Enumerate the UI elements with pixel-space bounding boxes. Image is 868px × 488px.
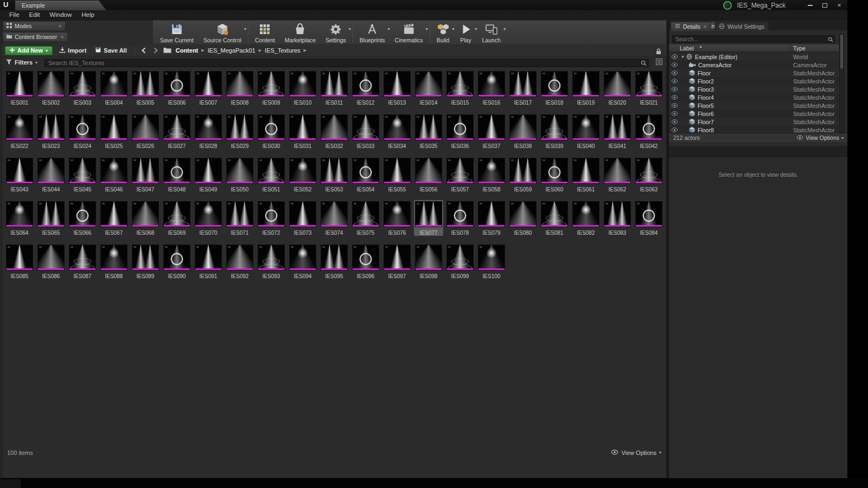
asset-tile[interactable]: IES067 — [99, 200, 129, 236]
asset-tile[interactable]: IES089 — [131, 243, 160, 279]
outliner-row[interactable]: Floor8StaticMeshActor — [669, 126, 839, 132]
toolbar-button-source-control[interactable]: ▾Source Control — [199, 22, 246, 43]
asset-tile[interactable]: IES040 — [571, 113, 601, 149]
asset-tile[interactable]: IES012 — [351, 70, 380, 106]
visibility-eye-icon[interactable] — [671, 95, 678, 100]
asset-tile[interactable]: IES033 — [351, 113, 380, 149]
asset-tile[interactable]: IES047 — [131, 157, 160, 192]
toolbar-button-marketplace[interactable]: Marketplace — [280, 22, 321, 43]
tab-content-browser[interactable]: Content Browser × — [3, 32, 68, 41]
asset-tile[interactable]: IES055 — [382, 157, 412, 192]
asset-tile[interactable]: IES041 — [603, 113, 632, 149]
asset-tile[interactable]: IES014 — [414, 70, 443, 106]
asset-tile[interactable]: IES022 — [5, 113, 34, 149]
search-input[interactable] — [44, 59, 649, 67]
menu-file[interactable]: File — [4, 11, 24, 18]
asset-tile[interactable]: IES035 — [414, 113, 443, 149]
asset-tile[interactable]: IES052 — [288, 157, 317, 192]
outliner-row[interactable]: ▼Example (Editor)World — [669, 53, 839, 61]
asset-tile[interactable]: IES079 — [477, 200, 506, 236]
menu-edit[interactable]: Edit — [24, 11, 45, 18]
asset-tile[interactable]: IES093 — [257, 243, 286, 279]
asset-tile[interactable]: IES010 — [288, 70, 317, 106]
toolbar-button-build[interactable]: ▾Build — [432, 22, 455, 43]
asset-tile[interactable]: IES013 — [382, 70, 412, 106]
asset-tile[interactable]: IES057 — [445, 157, 475, 192]
asset-tile[interactable]: IES011 — [320, 70, 349, 106]
outliner-row[interactable]: FloorStaticMeshActor — [669, 69, 839, 77]
asset-tile[interactable]: IES034 — [382, 113, 412, 149]
asset-tile[interactable]: IES016 — [477, 70, 506, 106]
asset-tile[interactable]: IES002 — [36, 70, 66, 106]
close-icon[interactable]: × — [59, 23, 62, 29]
menu-window[interactable]: Window — [44, 11, 76, 18]
asset-tile[interactable]: IES009 — [257, 70, 286, 106]
breadcrumb-item[interactable]: IES_MegaPack01 — [208, 47, 256, 54]
asset-tile[interactable]: IES032 — [320, 113, 349, 149]
asset-tile[interactable]: IES083 — [603, 200, 632, 236]
save-all-button[interactable]: Save All — [93, 47, 129, 54]
forward-arrow-button[interactable] — [152, 47, 159, 54]
asset-tile[interactable]: IES066 — [68, 200, 97, 236]
import-button[interactable]: Import — [57, 47, 88, 54]
asset-tile[interactable]: IES006 — [162, 70, 192, 106]
asset-tile[interactable]: IES085 — [5, 243, 34, 279]
asset-tile[interactable]: IES064 — [5, 200, 34, 236]
asset-tile[interactable]: IES084 — [634, 200, 663, 236]
outliner-scrollbar[interactable] — [839, 34, 844, 133]
outliner-column-header[interactable]: Label ▲ Type — [669, 44, 839, 52]
asset-tile[interactable]: IES069 — [162, 200, 192, 236]
asset-tile[interactable]: IES021 — [634, 70, 663, 106]
tab-modes[interactable]: Modes × — [3, 21, 66, 30]
outliner-row[interactable]: CameraActorCameraActor — [669, 61, 839, 69]
outliner-row[interactable]: Floor2StaticMeshActor — [669, 77, 839, 85]
visibility-eye-icon[interactable] — [671, 111, 678, 116]
asset-tile[interactable]: IES081 — [540, 200, 569, 236]
asset-tile[interactable]: IES075 — [351, 200, 380, 236]
level-tab[interactable]: Example — [15, 1, 106, 10]
asset-tile[interactable]: IES046 — [99, 157, 129, 192]
asset-tile[interactable]: IES043 — [5, 157, 34, 192]
asset-tile[interactable]: IES058 — [477, 157, 506, 192]
outliner-row[interactable]: Floor7StaticMeshActor — [669, 118, 839, 126]
scrollbar-thumb[interactable] — [840, 35, 843, 68]
column-type[interactable]: Type — [793, 45, 806, 52]
outliner-row[interactable]: Floor6StaticMeshActor — [669, 110, 839, 118]
toolbar-button-save-current[interactable]: Save Current — [155, 22, 199, 43]
column-label[interactable]: Label — [680, 45, 694, 52]
visibility-eye-icon[interactable] — [671, 54, 678, 59]
asset-tile[interactable]: IES077 — [414, 200, 443, 236]
asset-tile[interactable]: IES017 — [508, 70, 538, 106]
asset-tile[interactable]: IES091 — [194, 243, 223, 279]
view-options-button[interactable]: View Options ▾ — [611, 450, 661, 456]
asset-tile[interactable]: IES097 — [382, 243, 412, 279]
asset-tile[interactable]: IES037 — [477, 113, 506, 149]
tab-details[interactable]: Details × — [671, 22, 711, 31]
back-arrow-button[interactable] — [141, 47, 148, 54]
asset-tile[interactable]: IES092 — [225, 243, 254, 279]
asset-tile[interactable]: IES059 — [508, 157, 538, 192]
asset-tile[interactable]: IES018 — [540, 70, 569, 106]
asset-tile[interactable]: IES074 — [320, 200, 349, 236]
asset-tile[interactable]: IES088 — [99, 243, 129, 279]
asset-tile[interactable]: IES019 — [571, 70, 601, 106]
menu-help[interactable]: Help — [76, 11, 99, 18]
close-icon[interactable]: × — [703, 23, 706, 30]
asset-tile[interactable]: IES050 — [225, 157, 254, 192]
asset-tile[interactable]: IES051 — [257, 157, 286, 192]
asset-tile[interactable]: IES036 — [445, 113, 475, 149]
toolbar-button-blueprints[interactable]: ▾Blueprints — [355, 22, 390, 43]
column-divider[interactable] — [790, 44, 790, 52]
asset-tile[interactable]: IES100 — [477, 243, 506, 279]
asset-tile[interactable]: IES038 — [508, 113, 538, 149]
outliner-view-options-button[interactable]: View Options ▾ — [796, 134, 844, 141]
view-mode-icon[interactable] — [656, 57, 662, 67]
asset-tile[interactable]: IES024 — [68, 113, 97, 149]
maximize-button[interactable] — [821, 2, 828, 9]
outliner-row[interactable]: Floor5StaticMeshActor — [669, 101, 839, 110]
visibility-eye-icon[interactable] — [671, 127, 678, 132]
asset-tile[interactable]: IES048 — [162, 157, 192, 192]
asset-tile[interactable]: IES004 — [99, 70, 129, 106]
asset-tile[interactable]: IES060 — [540, 157, 569, 192]
asset-tile[interactable]: IES044 — [36, 157, 66, 192]
